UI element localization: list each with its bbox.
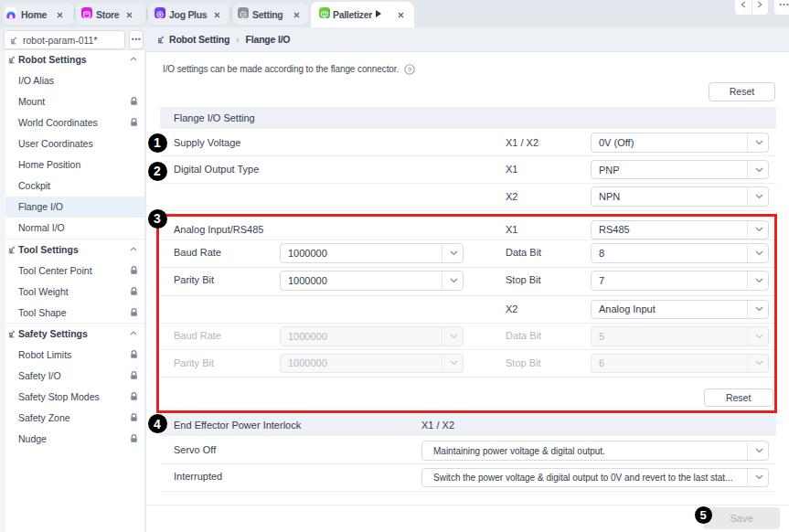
svg-text:?: ? [408,65,412,73]
